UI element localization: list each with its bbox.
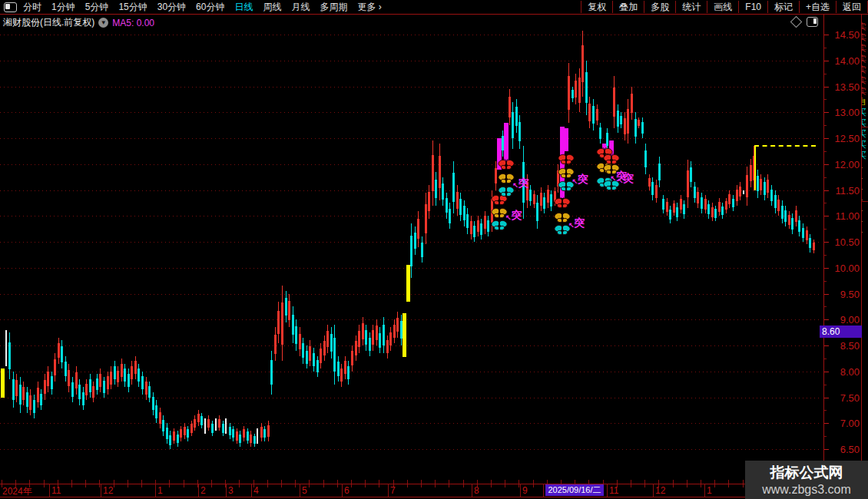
toolbar-action-button[interactable]: 标记 xyxy=(767,1,799,13)
clipped-panel-char: 买 xyxy=(862,150,867,161)
diamond-icon[interactable] xyxy=(790,16,803,28)
month-separator xyxy=(49,484,50,497)
candle-body xyxy=(529,190,532,201)
toolbar-action-button[interactable]: 复权 xyxy=(581,1,612,13)
date-minor-tick xyxy=(407,484,408,487)
panel-split-icon[interactable] xyxy=(807,17,818,27)
date-label: 5 xyxy=(302,485,307,496)
period-tab[interactable]: 更多 › xyxy=(357,1,381,14)
candle-body xyxy=(798,220,800,232)
date-label: 4 xyxy=(253,485,259,496)
candle-body xyxy=(197,414,200,422)
candle-body xyxy=(309,346,311,361)
period-tab[interactable]: 1分钟 xyxy=(51,1,75,14)
price-tick-label: 13.50 xyxy=(824,81,860,93)
date-minor-tick xyxy=(351,484,352,487)
candle-body xyxy=(396,318,399,332)
month-separator xyxy=(101,484,101,497)
date-axis-border-top xyxy=(0,484,868,484)
candle-body xyxy=(487,220,489,232)
date-minor-tick xyxy=(71,484,72,487)
clipped-panel-char: 1 xyxy=(862,203,867,213)
gridline xyxy=(0,398,822,398)
price-tick-label: 8.00 xyxy=(824,366,860,378)
date-minor-tick xyxy=(701,484,701,487)
candle-body xyxy=(110,372,112,385)
month-separator xyxy=(653,484,654,497)
yellow-line-anchor xyxy=(754,146,756,190)
month-separator xyxy=(226,484,227,497)
breakout-label: ↖突 xyxy=(618,172,634,186)
date-minor-tick xyxy=(169,484,170,487)
candle-body xyxy=(190,424,193,432)
price-tick-label: 8.50 xyxy=(824,340,860,352)
candle-body xyxy=(320,349,322,363)
chevron-down-icon[interactable]: ▼ xyxy=(98,18,108,28)
price-tick-label: 13.00 xyxy=(824,107,860,118)
date-minor-tick xyxy=(687,484,687,487)
candle-body xyxy=(791,218,793,230)
date-minor-tick xyxy=(295,484,296,487)
candle-body xyxy=(638,120,640,126)
candle-body xyxy=(515,107,518,126)
candle-body xyxy=(533,194,535,204)
candle-body xyxy=(588,104,591,121)
clipped-panel-char: 卖 xyxy=(862,53,867,64)
candle-body xyxy=(107,376,109,389)
candle-body xyxy=(288,301,290,320)
candle-body xyxy=(495,168,497,184)
candle-body xyxy=(432,155,434,191)
candle-body xyxy=(473,226,475,237)
period-tab[interactable]: 30分钟 xyxy=(157,1,186,14)
toolbar-action-button[interactable]: F10 xyxy=(738,1,767,13)
date-label: 12 xyxy=(655,485,665,496)
period-tab[interactable]: 日线 xyxy=(234,1,253,14)
gridline xyxy=(0,61,822,61)
toolbar-action-button[interactable]: 返回 xyxy=(836,1,868,13)
clipped-panel-char: 1 xyxy=(862,214,867,223)
candle-body xyxy=(585,72,588,103)
arrow-up-left-icon: ↖ xyxy=(568,221,575,229)
toolbar-action-button[interactable]: +自选 xyxy=(799,1,836,13)
period-tab[interactable]: 15分钟 xyxy=(118,1,147,14)
candle-body xyxy=(599,127,601,139)
candle-body xyxy=(372,330,374,345)
price-tick-label: 7.50 xyxy=(824,392,860,404)
candle-body xyxy=(470,221,472,234)
candle-body xyxy=(774,195,777,208)
candle-body xyxy=(477,220,479,232)
toolbar-action-button[interactable]: 叠加 xyxy=(612,1,644,13)
watermark: 指标公式网 www.zbgs3.com xyxy=(745,461,868,499)
period-tab[interactable]: 5分钟 xyxy=(85,1,109,14)
clipped-panel-char: 卖 xyxy=(862,85,867,97)
candle-body xyxy=(162,420,164,431)
date-minor-tick xyxy=(491,484,492,487)
candle-body xyxy=(117,371,119,382)
candle-body xyxy=(148,386,151,398)
month-separator xyxy=(155,484,156,497)
period-tab[interactable]: 多周期 xyxy=(320,1,347,14)
candle-body xyxy=(68,370,70,386)
date-label: 3 xyxy=(228,485,234,496)
candle-body xyxy=(536,203,538,222)
toolbar-action-button[interactable]: 统计 xyxy=(675,1,707,13)
period-tab[interactable]: 60分钟 xyxy=(196,1,224,14)
candle-body xyxy=(169,435,171,445)
period-tab[interactable]: 分时 xyxy=(23,1,41,14)
date-minor-tick xyxy=(463,484,464,487)
toolbar-action-button[interactable]: 多股 xyxy=(644,1,675,13)
candle-body xyxy=(355,341,357,355)
date-minor-tick xyxy=(728,484,729,487)
period-tab[interactable]: 月线 xyxy=(291,1,310,14)
date-minor-tick xyxy=(379,484,379,487)
candle-body xyxy=(575,81,577,98)
candle-body xyxy=(739,187,741,197)
date-minor-tick xyxy=(239,484,240,487)
toolbar-action-button[interactable]: 画线 xyxy=(707,1,738,13)
window-panel-icon[interactable] xyxy=(4,2,17,12)
period-tab[interactable]: 周线 xyxy=(263,1,281,14)
clipped-panel-char: 1 xyxy=(862,225,867,234)
candle-body xyxy=(145,382,147,395)
gridline xyxy=(0,345,822,346)
date-minor-tick xyxy=(323,484,324,487)
